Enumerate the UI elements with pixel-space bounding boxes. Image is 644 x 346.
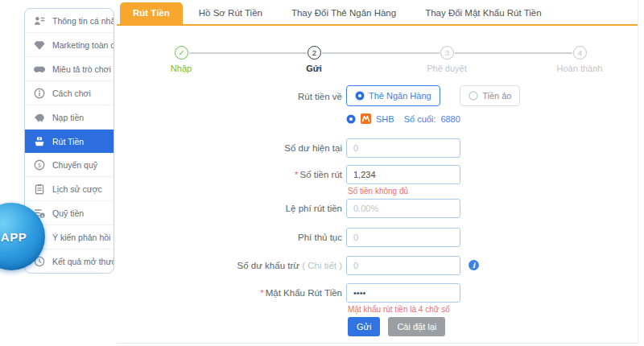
sidebar-item-global-marketing[interactable]: Marketing toàn cầu [25, 33, 114, 57]
step-connector [322, 52, 440, 54]
bank-last-digits: 6880 [440, 114, 460, 124]
sidebar-item-fund-transfer[interactable]: $ Chuyển quỹ [25, 153, 114, 177]
step-label: Gửi [266, 64, 362, 73]
method-crypto-button[interactable]: Tiền ảo [460, 85, 520, 106]
step-number: 4 [573, 46, 587, 60]
piggy-bank-icon [34, 112, 45, 123]
balance-label: Số dư hiện tại [117, 138, 342, 158]
step-label: Hoàn thành [531, 64, 628, 73]
balance-input[interactable] [346, 138, 460, 158]
tab-withdraw-records[interactable]: Hồ Sơ Rút Tiền [186, 2, 275, 24]
tab-withdraw[interactable]: Rút Tiền [120, 2, 183, 24]
sidebar-item-label: Chuyển quỹ [52, 160, 97, 170]
password-hint: Mật khẩu rút tiền là 4 chữ số [348, 305, 450, 314]
fee-input[interactable] [346, 199, 460, 218]
sidebar-item-withdraw[interactable]: Rút Tiền [25, 130, 114, 153]
submit-button[interactable]: Gửi [348, 317, 380, 336]
gamepad-icon [34, 64, 45, 75]
sidebar-item-label: Kết quả mở thưởng [52, 257, 114, 266]
withdraw-page: Thông tin cá nhân Marketing toàn cầu Miê… [0, 0, 644, 346]
sidebar-item-label: Marketing toàn cầu [52, 40, 114, 50]
amount-label: *Số tiền rút [117, 165, 342, 184]
svg-text:$: $ [41, 213, 43, 217]
sidebar-item-label: Thông tin cá nhân [52, 16, 114, 26]
tabbar: Rút Tiền Hồ Sơ Rút Tiền Thay Đổi Thẻ Ngâ… [117, 0, 638, 26]
sidebar-item-label: Ý kiến phản hồi [52, 233, 110, 242]
amount-error: Số tiền không đủ [348, 187, 408, 196]
reset-button[interactable]: Cài đặt lại [388, 317, 445, 336]
gem-icon [34, 39, 45, 51]
password-label: *Mật Khẩu Rút Tiền [117, 283, 342, 303]
svg-text:$: $ [38, 161, 42, 168]
deduction-info-icon[interactable]: i [469, 260, 479, 270]
step-label: Phê duyệt [398, 64, 495, 73]
radio-selected-icon [346, 114, 356, 124]
tab-change-withdraw-password[interactable]: Thay Đổi Mật Khẩu Rút Tiền [412, 2, 554, 24]
deduction-input[interactable] [346, 256, 460, 275]
sidebar-item-label: Lịch sử cược [52, 184, 102, 194]
withdraw-money-icon [34, 136, 45, 147]
user-card-icon [34, 15, 45, 27]
procedure-fee-input[interactable] [346, 228, 460, 247]
step-number: 3 [440, 46, 454, 60]
withdraw-to-label: Rút tiền về [117, 85, 342, 108]
info-icon [34, 88, 45, 99]
radio-unselected-icon [469, 91, 478, 101]
sidebar-item-how-to-play[interactable]: Cách chơi [25, 81, 114, 105]
bank-card-option[interactable]: SHB Số cuối: 6880 [346, 113, 460, 124]
sidebar-item-label: Nạp tiền [52, 113, 84, 122]
sidebar-item-game-description[interactable]: Miêu tả trò chơi [25, 57, 114, 81]
step-check-icon: ✓ [175, 46, 188, 60]
dollar-circle-icon: $ [34, 159, 45, 171]
procedure-fee-label: Phí thủ tục [117, 228, 342, 247]
step-label: Nhập [133, 64, 229, 73]
step-connector [455, 52, 572, 54]
tab-change-bank-card[interactable]: Thay Đổi Thẻ Ngân Hàng [279, 2, 409, 24]
sidebar-item-label: Cách chơi [52, 89, 91, 98]
deduction-detail-link[interactable]: ( Chi tiết ) [302, 261, 342, 270]
sidebar-item-deposit[interactable]: Nạp tiền [25, 105, 114, 130]
radio-selected-icon [355, 91, 365, 101]
app-ball-label: APP [1, 230, 27, 244]
bank-last-label: Số cuối: [404, 114, 436, 124]
clipboard-icon [34, 183, 45, 195]
step-number: 2 [308, 46, 321, 60]
sidebar-item-label: Rút Tiền [52, 137, 84, 146]
sidebar-item-bet-history[interactable]: Lịch sử cược [25, 177, 114, 201]
withdraw-panel: Rút Tiền Hồ Sơ Rút Tiền Thay Đổi Thẻ Ngâ… [117, 0, 638, 344]
sidebar-item-label: Miêu tả trò chơi [52, 64, 111, 74]
fee-label: Lệ phí rút tiền [117, 199, 342, 218]
sidebar-item-label: Quỹ tiền [52, 208, 84, 218]
withdraw-password-input[interactable] [346, 283, 460, 303]
step-connector [189, 52, 307, 54]
shb-bank-logo [361, 113, 371, 124]
amount-input[interactable] [346, 165, 460, 184]
method-bank-card-button[interactable]: Thẻ Ngân Hàng [346, 85, 440, 106]
bank-name: SHB [376, 114, 394, 124]
sidebar-item-personal-info[interactable]: Thông tin cá nhân [25, 9, 114, 33]
deduction-label: Số dư khấu trừ ( Chi tiết ) [117, 256, 342, 275]
